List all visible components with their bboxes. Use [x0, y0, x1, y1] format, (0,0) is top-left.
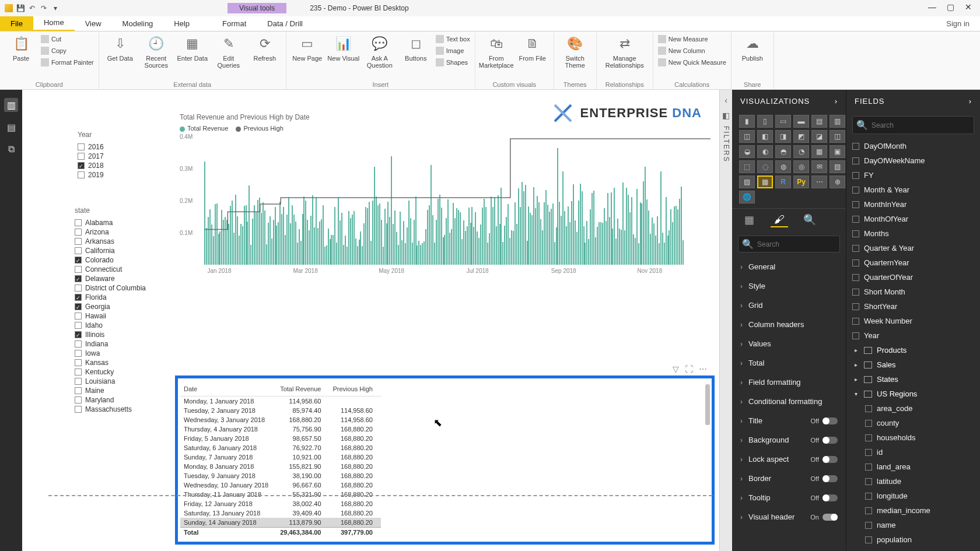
more-options-icon[interactable]: ⋯ — [699, 364, 707, 374]
format-mode-icon[interactable]: 🖌 — [771, 212, 788, 227]
table-row[interactable]: Saturday, 13 January 201839,409.40168,88… — [180, 508, 381, 518]
format-search-input[interactable] — [756, 240, 836, 249]
fields-field[interactable]: MonthOfYear — [850, 212, 977, 226]
image-button[interactable]: Image — [436, 45, 470, 56]
fields-search[interactable]: 🔍 — [852, 116, 974, 134]
fields-field[interactable]: Week Number — [850, 314, 977, 328]
table-row[interactable]: Monday, 8 January 2018155,821.90168,880.… — [180, 462, 381, 471]
visual-type-icon[interactable]: ⬚ — [739, 160, 755, 173]
data-view-icon[interactable]: ▤ — [4, 120, 18, 134]
table-row[interactable]: Sunday, 14 January 2018113,879.90168,880… — [180, 518, 381, 528]
state-option[interactable]: Arkansas — [75, 237, 146, 246]
state-option[interactable]: Delaware — [75, 274, 146, 283]
visual-type-icon[interactable]: ▨ — [739, 176, 755, 188]
format-property[interactable]: ›TooltipOff — [737, 488, 841, 507]
view-tab[interactable]: View — [75, 16, 112, 31]
visual-type-icon[interactable]: ◨ — [775, 130, 791, 143]
toggle-switch[interactable]: On — [810, 514, 838, 521]
year-option[interactable]: 2018 — [78, 161, 104, 170]
fields-field[interactable]: FY — [850, 168, 977, 183]
save-icon[interactable]: 💾 — [16, 4, 24, 12]
table-row[interactable]: Sunday, 7 January 201810,921.00168,880.2… — [180, 452, 381, 462]
visual-type-icon[interactable]: ▬ — [793, 115, 809, 128]
state-option[interactable]: Alabama — [75, 218, 146, 227]
year-slicer[interactable]: Year 2016201720182019 — [78, 131, 104, 180]
filters-pane-collapsed[interactable]: ‹ ◧ FILTERS — [719, 90, 732, 551]
ask-question-button[interactable]: 💬Ask A Question — [363, 34, 396, 69]
toggle-switch[interactable]: Off — [811, 475, 838, 482]
sign-in-link[interactable]: Sign in — [936, 16, 980, 31]
fields-table[interactable]: ▸Products — [850, 343, 977, 357]
format-property[interactable]: ›Values — [737, 334, 841, 353]
table-row[interactable]: Friday, 12 January 201838,002.40168,880.… — [180, 499, 381, 508]
fields-table[interactable]: ▸States — [850, 372, 977, 387]
chevron-right-icon[interactable]: › — [969, 97, 972, 106]
new-column-button[interactable]: New Column — [658, 45, 726, 56]
visual-type-icon[interactable]: ◫ — [739, 130, 755, 143]
toggle-switch[interactable]: Off — [811, 417, 838, 424]
state-option[interactable]: District of Columbia — [75, 283, 146, 293]
state-option[interactable]: Georgia — [75, 302, 146, 311]
table-row[interactable]: Tuesday, 9 January 201838,190.00168,880.… — [180, 471, 381, 480]
fields-field[interactable]: latitude — [850, 474, 977, 489]
state-slicer[interactable]: state AlabamaArizonaArkansasCaliforniaCo… — [75, 206, 146, 414]
state-option[interactable]: Kansas — [75, 358, 146, 367]
fields-field[interactable]: ShortYear — [850, 299, 977, 314]
fields-field[interactable]: QuarterOfYear — [850, 270, 977, 285]
fields-field[interactable]: area_code — [850, 401, 977, 416]
redo-icon[interactable]: ↷ — [40, 4, 48, 12]
refresh-button[interactable]: ⟳Refresh — [249, 34, 281, 62]
recent-sources-button[interactable]: 🕘Recent Sources — [140, 34, 173, 69]
switch-theme-button[interactable]: 🎨Switch Theme — [559, 34, 592, 69]
visual-type-icon[interactable]: ▥ — [830, 115, 845, 128]
new-page-button[interactable]: ▭New Page — [291, 34, 324, 62]
table-row[interactable]: Tuesday, 2 January 201885,974.40114,958.… — [180, 406, 381, 415]
toggle-switch[interactable]: Off — [811, 494, 838, 501]
state-option[interactable]: Indiana — [75, 339, 146, 349]
table-row[interactable]: Saturday, 6 January 201876,922.70168,880… — [180, 443, 381, 452]
state-option[interactable]: California — [75, 246, 146, 255]
visual-type-icon[interactable]: ▤ — [811, 115, 827, 128]
data-drill-tab[interactable]: Data / Drill — [257, 16, 313, 31]
new-quick-measure-button[interactable]: New Quick Measure — [658, 57, 726, 68]
fields-field[interactable]: households — [850, 430, 977, 445]
from-marketplace-button[interactable]: 🛍From Marketplace — [480, 34, 513, 69]
toggle-switch[interactable]: Off — [811, 456, 838, 463]
manage-relationships-button[interactable]: ⇄Manage Relationships — [601, 34, 648, 69]
fields-field[interactable]: population — [850, 532, 977, 547]
visual-type-icon[interactable]: ▭ — [775, 115, 791, 128]
table-visual[interactable]: ▽ ⛶ ⋯ Date Total Revenue Previous High M… — [175, 375, 715, 545]
format-property[interactable]: ›BackgroundOff — [737, 430, 841, 450]
undo-icon[interactable]: ↶ — [28, 4, 36, 12]
fields-field[interactable]: Year — [850, 328, 977, 343]
fields-field[interactable]: state — [850, 547, 977, 551]
col-date[interactable]: Date — [180, 383, 276, 396]
format-property[interactable]: ›Field formatting — [737, 373, 841, 392]
minimize-icon[interactable]: — — [928, 2, 936, 12]
format-property[interactable]: ›Column headers — [737, 315, 841, 334]
model-view-icon[interactable]: ⧉ — [4, 142, 18, 156]
edit-queries-button[interactable]: ✎Edit Queries — [212, 34, 245, 69]
fields-field[interactable]: Month & Year — [850, 183, 977, 197]
col-previous-high[interactable]: Previous High — [330, 383, 381, 396]
visual-type-icon[interactable]: ⋯ — [811, 176, 827, 188]
state-option[interactable]: Maryland — [75, 395, 146, 405]
format-property[interactable]: ›Style — [737, 276, 841, 296]
table-scrollbar[interactable] — [705, 384, 711, 536]
state-option[interactable]: Illinois — [75, 330, 146, 339]
fields-field[interactable]: Quarter & Year — [850, 241, 977, 255]
report-canvas[interactable]: ENTERPRISE DNA Year 2016201720182019 sta… — [22, 90, 719, 551]
visual-type-icon[interactable]: ▩ — [757, 176, 773, 188]
table-row[interactable]: Wednesday, 3 January 2018168,880.20114,9… — [180, 415, 381, 424]
modeling-tab[interactable]: Modeling — [112, 16, 164, 31]
visual-type-icon[interactable]: ◓ — [775, 145, 791, 158]
report-view-icon[interactable]: ▥ — [4, 98, 18, 112]
visual-type-icon[interactable]: ✉ — [811, 160, 827, 173]
fields-mode-icon[interactable]: ▦ — [740, 212, 758, 227]
state-option[interactable]: Idaho — [75, 321, 146, 330]
fields-field[interactable]: DayOfWeekName — [850, 153, 977, 168]
format-property[interactable]: ›Conditional formatting — [737, 392, 841, 411]
state-option[interactable]: Massachusetts — [75, 405, 146, 414]
visual-type-icon[interactable]: ⊕ — [830, 176, 845, 188]
format-painter-button[interactable]: Format Painter — [41, 57, 94, 68]
